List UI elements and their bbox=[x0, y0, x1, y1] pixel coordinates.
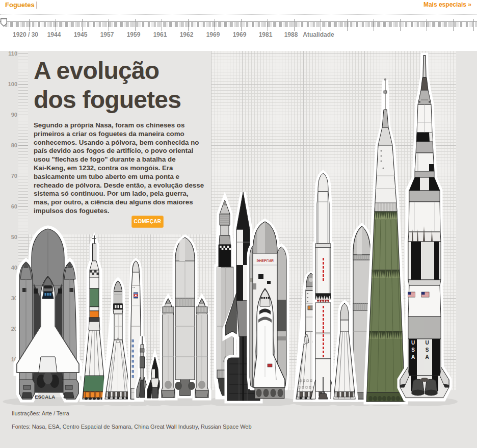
svg-text:ESCALA: ESCALA bbox=[35, 394, 55, 400]
svg-text:U: U bbox=[425, 340, 429, 346]
svg-text:A: A bbox=[411, 354, 415, 360]
svg-text:S: S bbox=[411, 347, 415, 353]
svg-text:ЭНЕРГИЯ: ЭНЕРГИЯ bbox=[256, 259, 273, 262]
svg-text:U: U bbox=[411, 340, 415, 346]
svg-text:A: A bbox=[425, 354, 429, 360]
svg-text:S: S bbox=[426, 347, 429, 353]
